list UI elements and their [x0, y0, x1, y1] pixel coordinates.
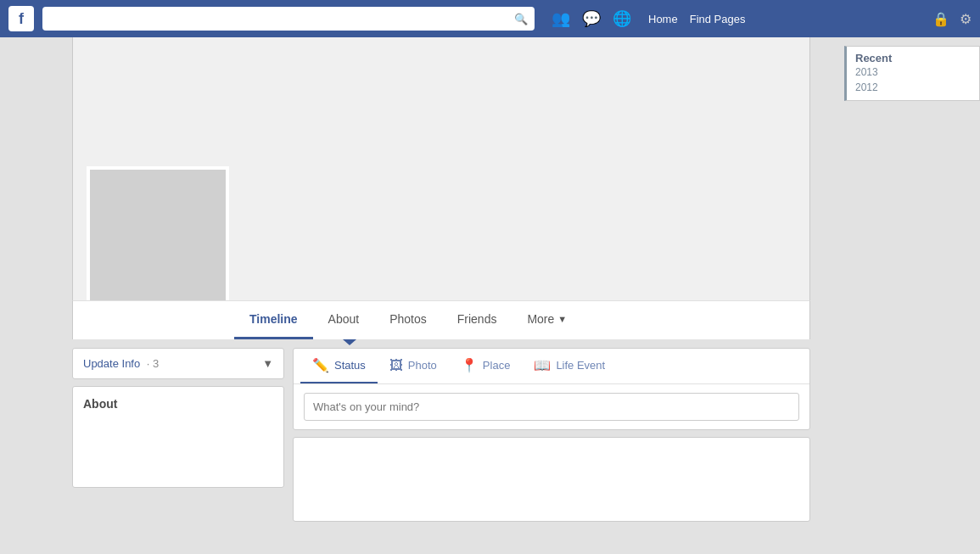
- update-info-chevron: ▼: [262, 357, 273, 370]
- search-input[interactable]: [42, 7, 535, 31]
- post-content-box: [293, 437, 810, 522]
- right-spacer: Recent 2013 2012: [810, 37, 980, 554]
- top-navigation: f 🔍 👥 💬 🌐 Home Find Pages 🔒 ⚙: [0, 0, 980, 37]
- timeline-recent-label: Recent: [855, 52, 971, 64]
- composer-tab-photo[interactable]: 🖼 Photo: [378, 349, 449, 383]
- composer-tab-place[interactable]: 📍 Place: [449, 349, 523, 383]
- timeline-year-2013[interactable]: 2013: [855, 64, 971, 80]
- status-icon: ✏️: [312, 357, 329, 373]
- messages-icon[interactable]: 💬: [582, 9, 601, 28]
- timeline-year-2012[interactable]: 2012: [855, 80, 971, 95]
- nav-right-icons-group: 🔒 ⚙: [932, 11, 972, 27]
- life-event-icon: 📖: [534, 357, 551, 373]
- photo-icon: 🖼: [389, 358, 403, 373]
- home-link[interactable]: Home: [648, 13, 678, 25]
- main-column: Timeline About Photos Friends More ▼: [72, 37, 810, 554]
- place-icon: 📍: [461, 357, 478, 373]
- profile-tabs-bar: Timeline About Photos Friends More ▼: [72, 300, 810, 339]
- active-tab-indicator: [343, 339, 356, 345]
- timeline-section: Recent 2013 2012: [844, 46, 980, 101]
- search-bar-container: 🔍: [42, 7, 535, 31]
- cover-photo: [72, 37, 810, 300]
- composer-tab-life-event[interactable]: 📖 Life Event: [522, 349, 617, 383]
- composer-input-area: [294, 384, 809, 429]
- find-pages-link[interactable]: Find Pages: [690, 13, 746, 25]
- gear-icon[interactable]: ⚙: [960, 11, 972, 27]
- lock-icon[interactable]: 🔒: [932, 11, 949, 27]
- left-spacer: [0, 37, 72, 554]
- composer-tab-status[interactable]: ✏️ Status: [300, 349, 378, 383]
- about-card: About: [72, 386, 284, 488]
- content-area: Update Info · 3 ▼ About ✏️: [72, 339, 810, 530]
- tab-timeline[interactable]: Timeline: [234, 301, 313, 339]
- composer-tabs: ✏️ Status 🖼 Photo 📍 Place 📖: [294, 349, 809, 384]
- update-info-label: Update Info · 3: [83, 357, 159, 370]
- page-outer-layout: Timeline About Photos Friends More ▼: [0, 37, 980, 554]
- nav-icons-group: 👥 💬 🌐: [552, 9, 631, 28]
- tab-photos[interactable]: Photos: [374, 301, 442, 339]
- update-info-bar[interactable]: Update Info · 3 ▼: [72, 348, 284, 379]
- right-content: ✏️ Status 🖼 Photo 📍 Place 📖: [293, 348, 810, 522]
- friends-icon[interactable]: 👥: [552, 9, 570, 28]
- left-sidebar: Update Info · 3 ▼ About: [72, 348, 284, 522]
- more-dropdown-arrow: ▼: [557, 314, 567, 324]
- nav-links-group: Home Find Pages: [648, 13, 745, 25]
- whats-on-your-mind-input[interactable]: [304, 393, 799, 421]
- search-icon: 🔍: [514, 13, 528, 25]
- profile-picture-wrapper: [87, 166, 229, 309]
- timeline-sidebar: Recent 2013 2012: [844, 37, 980, 101]
- globe-icon[interactable]: 🌐: [613, 9, 631, 28]
- about-card-title: About: [83, 397, 273, 411]
- tab-more[interactable]: More ▼: [512, 301, 582, 339]
- tab-friends[interactable]: Friends: [442, 301, 512, 339]
- tab-about[interactable]: About: [313, 301, 375, 339]
- post-composer: ✏️ Status 🖼 Photo 📍 Place 📖: [293, 348, 810, 430]
- profile-picture[interactable]: [87, 166, 229, 309]
- facebook-logo[interactable]: f: [8, 6, 34, 31]
